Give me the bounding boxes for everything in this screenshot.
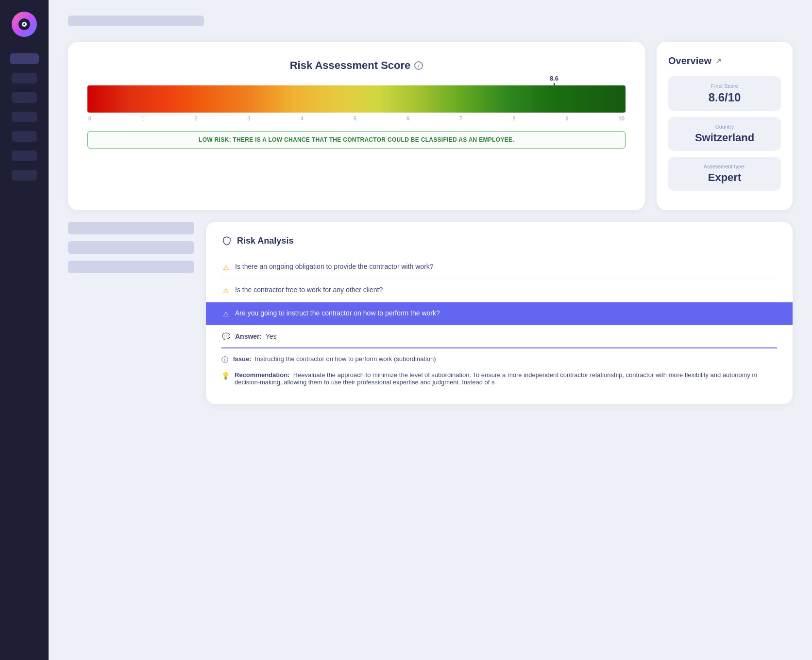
score-marker-label: 8.6 xyxy=(550,75,558,82)
question-1-text: Is there an ongoing obligation to provid… xyxy=(235,263,434,270)
issue-section: ⓘ Issue: Instructing the contractor on h… xyxy=(221,348,777,369)
risk-question-1[interactable]: ⚠ Is there an ongoing obligation to prov… xyxy=(221,256,777,279)
score-axis: 0 1 2 3 4 5 6 7 8 9 10 xyxy=(87,116,626,121)
recommendation-detail-text: Reevaluate the approach to minimize the … xyxy=(235,371,757,386)
overview-stat-type: Assessment type: Expert xyxy=(668,157,781,191)
sidebar-item-3[interactable] xyxy=(12,92,37,103)
sidebar-item-5[interactable] xyxy=(12,131,37,142)
main-content: Risk Assessment Score i 8.6 0 1 2 3 4 5 … xyxy=(49,0,812,660)
warning-icon-1: ⚠ xyxy=(221,263,230,272)
axis-7: 7 xyxy=(459,116,462,121)
axis-1: 1 xyxy=(141,116,144,121)
info-icon[interactable]: i xyxy=(414,61,423,70)
answer-label: Answer: Yes xyxy=(235,332,277,340)
risk-question-3-active[interactable]: ⚠ Are you going to instruct the contract… xyxy=(206,302,793,325)
bottom-content-row: Risk Analysis ⚠ Is there an ongoing obli… xyxy=(68,222,793,404)
risk-assessment-card: Risk Assessment Score i 8.6 0 1 2 3 4 5 … xyxy=(68,42,645,210)
recommendation-section: 💡 Recommendation: Reevaluate the approac… xyxy=(221,369,777,391)
axis-6: 6 xyxy=(406,116,409,121)
overview-stat-score-value: 8.6/10 xyxy=(677,91,772,104)
sidebar-item-1[interactable] xyxy=(10,53,39,64)
warning-icon-2: ⚠ xyxy=(221,286,230,295)
warning-icon-3: ⚠ xyxy=(221,310,230,318)
issue-detail-text: Instructing the contractor on how to per… xyxy=(255,355,436,363)
answer-label-text: Answer: xyxy=(235,332,262,340)
question-2-text: Is the contractor free to work for any o… xyxy=(235,286,383,294)
chat-icon: 💬 xyxy=(221,332,230,341)
overview-title: Overview ↗ xyxy=(668,55,781,66)
app-logo[interactable] xyxy=(12,12,37,37)
answer-section: 💬 Answer: Yes xyxy=(221,325,777,348)
sidebar-item-7[interactable] xyxy=(12,170,37,181)
overview-stat-country-label: Country xyxy=(677,124,772,130)
shield-icon xyxy=(221,235,232,246)
overview-stat-score-label: Final Score xyxy=(677,83,772,89)
axis-8: 8 xyxy=(512,116,515,121)
sidebar-item-4[interactable] xyxy=(12,112,37,122)
overview-title-text: Overview xyxy=(668,55,711,66)
question-3-text: Are you going to instruct the contractor… xyxy=(235,309,440,317)
low-risk-badge: LOW RISK: THERE IS A LOW CHANCE THAT THE… xyxy=(87,131,626,148)
risk-analysis-title: Risk Analysis xyxy=(221,235,777,246)
axis-4: 4 xyxy=(301,116,304,121)
risk-question-2[interactable]: ⚠ Is the contractor free to work for any… xyxy=(221,279,777,302)
overview-stat-country: Country Switzerland xyxy=(668,117,781,151)
overview-stat-country-value: Switzerland xyxy=(677,132,772,144)
axis-5: 5 xyxy=(354,116,356,121)
axis-9: 9 xyxy=(566,116,569,121)
axis-2: 2 xyxy=(194,116,197,121)
sidebar xyxy=(0,0,49,660)
topbar-placeholder xyxy=(68,16,204,26)
left-panel xyxy=(68,222,194,404)
recommendation-text: Recommendation: Reevaluate the approach … xyxy=(235,371,777,386)
axis-10: 10 xyxy=(619,116,625,121)
axis-0: 0 xyxy=(88,116,91,121)
issue-label-text: Issue: xyxy=(233,355,252,363)
score-bar-container: 8.6 0 1 2 3 4 5 6 7 8 9 10 xyxy=(87,85,626,121)
left-placeholder-1 xyxy=(68,222,194,234)
risk-card-title: Risk Assessment Score i xyxy=(87,59,626,72)
overview-card: Overview ↗ Final Score 8.6/10 Country Sw… xyxy=(657,42,793,210)
external-link-icon[interactable]: ↗ xyxy=(715,57,724,66)
risk-card-title-text: Risk Assessment Score xyxy=(290,59,411,72)
overview-stat-score: Final Score 8.6/10 xyxy=(668,76,781,111)
left-placeholder-3 xyxy=(68,261,194,273)
recommendation-label-text: Recommendation: xyxy=(235,371,289,379)
overview-stat-type-label: Assessment type: xyxy=(677,164,772,169)
issue-text: Issue: Instructing the contractor on how… xyxy=(233,355,436,363)
risk-analysis-card: Risk Analysis ⚠ Is there an ongoing obli… xyxy=(206,222,793,404)
left-placeholder-2 xyxy=(68,241,194,254)
recommendation-icon: 💡 xyxy=(221,372,230,380)
sidebar-item-6[interactable] xyxy=(12,150,37,161)
issue-icon: ⓘ xyxy=(221,356,228,364)
risk-analysis-title-text: Risk Analysis xyxy=(237,236,293,246)
sidebar-item-2[interactable] xyxy=(12,73,37,83)
answer-value-text: Yes xyxy=(266,332,277,340)
overview-stat-type-value: Expert xyxy=(677,171,772,184)
score-bar xyxy=(87,85,626,113)
axis-3: 3 xyxy=(248,116,251,121)
top-content-row: Risk Assessment Score i 8.6 0 1 2 3 4 5 … xyxy=(68,42,793,210)
